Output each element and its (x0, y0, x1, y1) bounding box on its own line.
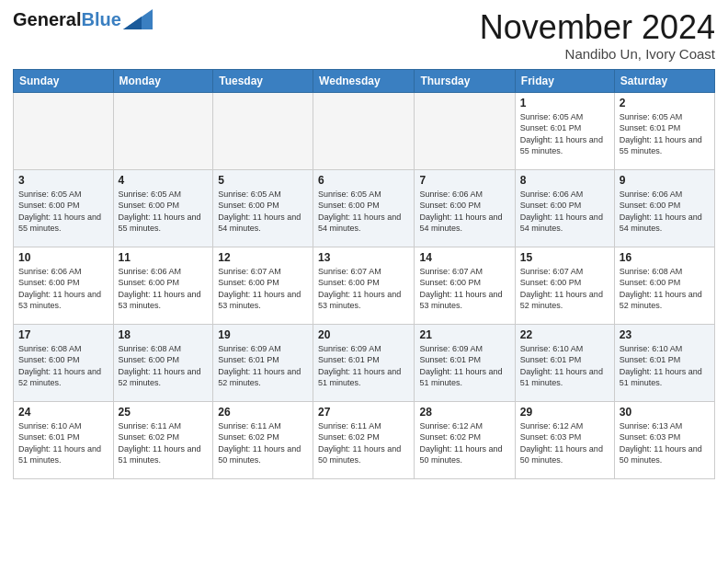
day-number: 7 (419, 174, 509, 187)
day-number: 13 (318, 251, 409, 264)
day-number: 8 (520, 174, 609, 187)
col-thursday: Thursday (415, 69, 515, 92)
calendar-cell-w5d4: 28Sunrise: 6:12 AMSunset: 6:02 PMDayligh… (415, 401, 515, 478)
logo-icon (123, 9, 153, 29)
day-info: Sunrise: 6:06 AMSunset: 6:00 PMDaylight:… (620, 189, 710, 235)
day-info: Sunrise: 6:09 AMSunset: 6:01 PMDaylight:… (218, 343, 308, 389)
col-friday: Friday (515, 69, 614, 92)
col-monday: Monday (113, 69, 213, 92)
day-info: Sunrise: 6:08 AMSunset: 6:00 PMDaylight:… (620, 266, 710, 312)
day-number: 24 (18, 406, 108, 419)
day-number: 30 (620, 406, 710, 419)
calendar-cell-w1d6: 2Sunrise: 6:05 AMSunset: 6:01 PMDaylight… (614, 92, 714, 169)
day-number: 3 (18, 174, 108, 187)
day-info: Sunrise: 6:10 AMSunset: 6:01 PMDaylight:… (520, 343, 609, 389)
day-number: 6 (318, 174, 409, 187)
day-number: 9 (620, 174, 710, 187)
day-number: 16 (620, 251, 710, 264)
day-info: Sunrise: 6:09 AMSunset: 6:01 PMDaylight:… (318, 343, 409, 389)
day-number: 21 (419, 328, 509, 341)
calendar-cell-w1d2 (213, 92, 313, 169)
day-number: 5 (218, 174, 308, 187)
day-number: 26 (218, 406, 308, 419)
day-info: Sunrise: 6:08 AMSunset: 6:00 PMDaylight:… (18, 343, 108, 389)
day-number: 22 (520, 328, 609, 341)
calendar-cell-w4d0: 17Sunrise: 6:08 AMSunset: 6:00 PMDayligh… (14, 324, 114, 401)
day-number: 14 (419, 251, 509, 264)
calendar-cell-w2d4: 7Sunrise: 6:06 AMSunset: 6:00 PMDaylight… (415, 169, 515, 247)
week-row-5: 24Sunrise: 6:10 AMSunset: 6:01 PMDayligh… (14, 401, 715, 478)
day-info: Sunrise: 6:05 AMSunset: 6:00 PMDaylight:… (119, 189, 209, 235)
day-info: Sunrise: 6:07 AMSunset: 6:00 PMDaylight:… (218, 266, 308, 312)
day-number: 10 (18, 251, 108, 264)
day-number: 2 (620, 97, 710, 109)
calendar-cell-w4d1: 18Sunrise: 6:08 AMSunset: 6:00 PMDayligh… (113, 324, 213, 401)
calendar-cell-w2d2: 5Sunrise: 6:05 AMSunset: 6:00 PMDaylight… (213, 169, 313, 247)
week-row-3: 10Sunrise: 6:06 AMSunset: 6:00 PMDayligh… (14, 247, 715, 324)
day-info: Sunrise: 6:11 AMSunset: 6:02 PMDaylight:… (318, 420, 409, 466)
day-number: 4 (119, 174, 209, 187)
day-number: 19 (218, 328, 308, 341)
day-number: 15 (520, 251, 609, 264)
col-tuesday: Tuesday (213, 69, 313, 92)
calendar-header-row: Sunday Monday Tuesday Wednesday Thursday… (14, 69, 715, 92)
week-row-4: 17Sunrise: 6:08 AMSunset: 6:00 PMDayligh… (14, 324, 715, 401)
header: GeneralBlue November 2024 Nandibo Un, Iv… (13, 9, 715, 62)
day-number: 18 (119, 328, 209, 341)
calendar-cell-w3d2: 12Sunrise: 6:07 AMSunset: 6:00 PMDayligh… (213, 247, 313, 324)
day-info: Sunrise: 6:12 AMSunset: 6:02 PMDaylight:… (419, 420, 509, 466)
calendar-cell-w1d3 (313, 92, 415, 169)
day-info: Sunrise: 6:06 AMSunset: 6:00 PMDaylight:… (18, 266, 108, 312)
logo-general: General (13, 9, 81, 29)
calendar-table: Sunday Monday Tuesday Wednesday Thursday… (13, 69, 715, 479)
day-number: 23 (620, 328, 710, 341)
title-area: November 2024 Nandibo Un, Ivory Coast (480, 9, 715, 62)
day-info: Sunrise: 6:07 AMSunset: 6:00 PMDaylight:… (419, 266, 509, 312)
day-info: Sunrise: 6:10 AMSunset: 6:01 PMDaylight:… (620, 343, 710, 389)
day-number: 29 (520, 406, 609, 419)
calendar-cell-w4d5: 22Sunrise: 6:10 AMSunset: 6:01 PMDayligh… (515, 324, 614, 401)
calendar-cell-w2d3: 6Sunrise: 6:05 AMSunset: 6:00 PMDaylight… (313, 169, 415, 247)
day-number: 25 (119, 406, 209, 419)
day-info: Sunrise: 6:06 AMSunset: 6:00 PMDaylight:… (520, 189, 609, 235)
day-info: Sunrise: 6:12 AMSunset: 6:03 PMDaylight:… (520, 420, 609, 466)
calendar-cell-w5d2: 26Sunrise: 6:11 AMSunset: 6:02 PMDayligh… (213, 401, 313, 478)
calendar-cell-w4d3: 20Sunrise: 6:09 AMSunset: 6:01 PMDayligh… (313, 324, 415, 401)
calendar-cell-w3d4: 14Sunrise: 6:07 AMSunset: 6:00 PMDayligh… (415, 247, 515, 324)
day-info: Sunrise: 6:05 AMSunset: 6:00 PMDaylight:… (318, 189, 409, 235)
day-number: 1 (520, 97, 609, 109)
day-number: 20 (318, 328, 409, 341)
col-wednesday: Wednesday (313, 69, 415, 92)
location: Nandibo Un, Ivory Coast (480, 46, 715, 62)
calendar-cell-w1d0 (14, 92, 114, 169)
calendar-cell-w2d5: 8Sunrise: 6:06 AMSunset: 6:00 PMDaylight… (515, 169, 614, 247)
day-info: Sunrise: 6:13 AMSunset: 6:03 PMDaylight:… (620, 420, 710, 466)
calendar-cell-w3d1: 11Sunrise: 6:06 AMSunset: 6:00 PMDayligh… (113, 247, 213, 324)
calendar-cell-w4d2: 19Sunrise: 6:09 AMSunset: 6:01 PMDayligh… (213, 324, 313, 401)
calendar-cell-w5d1: 25Sunrise: 6:11 AMSunset: 6:02 PMDayligh… (113, 401, 213, 478)
day-info: Sunrise: 6:05 AMSunset: 6:00 PMDaylight:… (218, 189, 308, 235)
calendar-cell-w2d1: 4Sunrise: 6:05 AMSunset: 6:00 PMDaylight… (113, 169, 213, 247)
svg-marker-1 (123, 17, 142, 29)
calendar-cell-w1d5: 1Sunrise: 6:05 AMSunset: 6:01 PMDaylight… (515, 92, 614, 169)
calendar-cell-w5d6: 30Sunrise: 6:13 AMSunset: 6:03 PMDayligh… (614, 401, 714, 478)
day-number: 28 (419, 406, 509, 419)
day-number: 27 (318, 406, 409, 419)
calendar-cell-w3d3: 13Sunrise: 6:07 AMSunset: 6:00 PMDayligh… (313, 247, 415, 324)
day-info: Sunrise: 6:05 AMSunset: 6:00 PMDaylight:… (18, 189, 108, 235)
week-row-2: 3Sunrise: 6:05 AMSunset: 6:00 PMDaylight… (14, 169, 715, 247)
day-info: Sunrise: 6:08 AMSunset: 6:00 PMDaylight:… (119, 343, 209, 389)
calendar-cell-w3d5: 15Sunrise: 6:07 AMSunset: 6:00 PMDayligh… (515, 247, 614, 324)
day-info: Sunrise: 6:11 AMSunset: 6:02 PMDaylight:… (119, 420, 209, 466)
day-number: 12 (218, 251, 308, 264)
day-info: Sunrise: 6:06 AMSunset: 6:00 PMDaylight:… (119, 266, 209, 312)
page-container: GeneralBlue November 2024 Nandibo Un, Iv… (0, 0, 728, 487)
day-info: Sunrise: 6:06 AMSunset: 6:00 PMDaylight:… (419, 189, 509, 235)
day-number: 11 (119, 251, 209, 264)
day-info: Sunrise: 6:07 AMSunset: 6:00 PMDaylight:… (318, 266, 409, 312)
col-saturday: Saturday (614, 69, 714, 92)
calendar-cell-w5d3: 27Sunrise: 6:11 AMSunset: 6:02 PMDayligh… (313, 401, 415, 478)
day-info: Sunrise: 6:07 AMSunset: 6:00 PMDaylight:… (520, 266, 609, 312)
calendar-cell-w1d4 (415, 92, 515, 169)
calendar-cell-w2d6: 9Sunrise: 6:06 AMSunset: 6:00 PMDaylight… (614, 169, 714, 247)
